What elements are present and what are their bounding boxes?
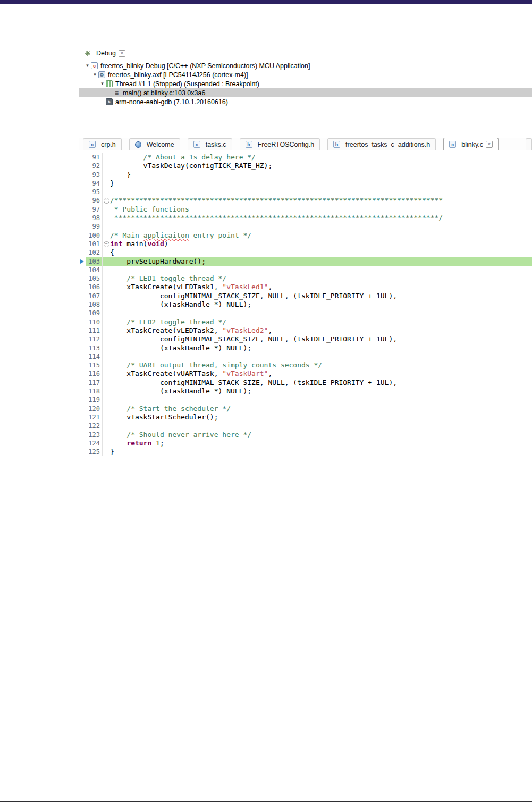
fold-minus-icon[interactable]: − bbox=[104, 198, 109, 204]
debug-tree-row[interactable]: ≡main() at blinky.c:103 0x3a6 bbox=[79, 88, 532, 97]
code-line[interactable]: 97 * Public functions bbox=[79, 205, 532, 214]
code-line[interactable]: 123 /* Should never arrive here */ bbox=[79, 431, 532, 439]
code-line[interactable]: 121 vTaskStartScheduler(); bbox=[79, 413, 532, 422]
code-line[interactable]: 109 bbox=[79, 309, 532, 317]
annotation-ruler[interactable] bbox=[79, 179, 86, 188]
tree-row-label: freertos_blinky Debug [C/C++ (NXP Semico… bbox=[100, 62, 310, 70]
annotation-ruler[interactable] bbox=[79, 266, 86, 274]
code-line[interactable]: 101−int main(void) bbox=[79, 240, 532, 248]
code-line[interactable]: 116 xTaskCreate(vUARTTask, "vTaskUart", bbox=[79, 369, 532, 378]
annotation-ruler[interactable] bbox=[79, 222, 86, 231]
annotation-ruler[interactable] bbox=[79, 413, 86, 422]
annotation-ruler[interactable] bbox=[79, 422, 86, 430]
fold-minus-icon[interactable]: − bbox=[104, 241, 109, 247]
code-line[interactable]: 104 bbox=[79, 266, 532, 274]
annotation-ruler[interactable] bbox=[79, 431, 86, 439]
code-line[interactable]: 108 (xTaskHandle *) NULL); bbox=[79, 300, 532, 309]
code-line[interactable]: 99 bbox=[79, 222, 532, 231]
code-line[interactable]: 100/* Main applicaiton entry point */ bbox=[79, 231, 532, 240]
debug-tree-row[interactable]: ▼cfreertos_blinky Debug [C/C++ (NXP Semi… bbox=[79, 61, 532, 70]
disclosure-triangle-icon[interactable]: ▼ bbox=[84, 63, 91, 68]
code-line[interactable]: 107 configMINIMAL_STACK_SIZE, NULL, (tsk… bbox=[79, 292, 532, 300]
line-number: 125 bbox=[86, 448, 103, 456]
code-line[interactable]: 98 *************************************… bbox=[79, 214, 532, 222]
disclosure-triangle-icon[interactable]: ▼ bbox=[91, 72, 98, 77]
annotation-ruler[interactable] bbox=[79, 405, 86, 413]
code-line[interactable]: 125} bbox=[79, 448, 532, 456]
code-text: xTaskCreate(vLEDTask1, "vTaskLed1", bbox=[110, 283, 532, 291]
code-line[interactable]: 91 /* About a 1s delay here */ bbox=[79, 153, 532, 162]
code-line[interactable]: 103 prvSetupHardware(); bbox=[79, 257, 532, 266]
code-line[interactable]: 92 vTaskDelay(configTICK_RATE_HZ); bbox=[79, 162, 532, 170]
annotation-ruler[interactable] bbox=[79, 326, 86, 335]
code-line[interactable]: 119 bbox=[79, 396, 532, 404]
annotation-ruler[interactable] bbox=[79, 318, 86, 326]
annotation-ruler[interactable] bbox=[79, 396, 86, 404]
code-line[interactable]: 95 bbox=[79, 188, 532, 196]
close-icon[interactable]: × bbox=[486, 141, 493, 148]
code-line[interactable]: 94} bbox=[79, 179, 532, 188]
code-line[interactable]: 110 /* LED2 toggle thread */ bbox=[79, 318, 532, 326]
editor-tab[interactable]: Welcome bbox=[129, 138, 180, 150]
code-line[interactable]: 105 /* LED1 toggle thread */ bbox=[79, 274, 532, 283]
annotation-ruler[interactable] bbox=[79, 379, 86, 387]
globe-icon bbox=[135, 141, 141, 148]
annotation-ruler[interactable] bbox=[79, 448, 86, 456]
code-line[interactable]: 118 (xTaskHandle *) NULL); bbox=[79, 387, 532, 396]
code-text: prvSetupHardware(); bbox=[110, 257, 532, 266]
debug-tree-row[interactable]: ▼⚙freertos_blinky.axf [LPC54114J256 (cor… bbox=[79, 70, 532, 79]
annotation-ruler[interactable] bbox=[79, 344, 86, 352]
code-line[interactable]: 117 configMINIMAL_STACK_SIZE, NULL, (tsk… bbox=[79, 379, 532, 387]
code-line[interactable]: 122 bbox=[79, 422, 532, 430]
annotation-ruler[interactable] bbox=[79, 283, 86, 291]
debug-view-tab[interactable]: Debug × bbox=[84, 49, 125, 57]
editor-tab[interactable]: ccrp.h bbox=[83, 138, 122, 150]
editor-tab[interactable]: cblinky.c× bbox=[443, 138, 499, 150]
editor-tab[interactable]: hFreeRTOSConfig.h bbox=[240, 138, 320, 150]
disclosure-triangle-icon[interactable]: ▼ bbox=[99, 81, 106, 86]
annotation-ruler[interactable] bbox=[79, 171, 86, 179]
editor-tab-overflow-sliver[interactable] bbox=[526, 138, 532, 150]
code-line[interactable]: 96−/************************************… bbox=[79, 196, 532, 205]
code-line[interactable]: 120 /* Start the scheduler */ bbox=[79, 405, 532, 413]
annotation-ruler[interactable] bbox=[79, 352, 86, 361]
annotation-ruler[interactable] bbox=[79, 205, 86, 214]
annotation-ruler[interactable] bbox=[79, 257, 86, 266]
code-segment-string: "vTaskLed2" bbox=[222, 326, 268, 334]
code-segment-plain: xTaskCreate(vLEDTask2, bbox=[110, 326, 222, 334]
annotation-ruler[interactable] bbox=[79, 369, 86, 378]
code-line[interactable]: 102{ bbox=[79, 248, 532, 257]
annotation-ruler[interactable] bbox=[79, 309, 86, 317]
annotation-ruler[interactable] bbox=[79, 162, 86, 170]
close-icon[interactable]: × bbox=[119, 50, 125, 57]
code-line[interactable]: 124 return 1; bbox=[79, 439, 532, 448]
code-segment-plain: } bbox=[110, 179, 114, 187]
code-line[interactable]: 93 } bbox=[79, 171, 532, 179]
code-line[interactable]: 111 xTaskCreate(vLEDTask2, "vTaskLed2", bbox=[79, 326, 532, 335]
annotation-ruler[interactable] bbox=[79, 196, 86, 205]
annotation-ruler[interactable] bbox=[79, 300, 86, 309]
annotation-ruler[interactable] bbox=[79, 153, 86, 162]
debug-tree-row[interactable]: >arm-none-eabi-gdb (7.10.1.20160616) bbox=[79, 97, 532, 106]
editor-tab[interactable]: hfreertos_tasks_c_additions.h bbox=[327, 138, 436, 150]
annotation-ruler[interactable] bbox=[79, 361, 86, 369]
annotation-ruler[interactable] bbox=[79, 439, 86, 448]
editor-tab[interactable]: ctasks.c bbox=[188, 138, 232, 150]
annotation-ruler[interactable] bbox=[79, 387, 86, 396]
annotation-ruler[interactable] bbox=[79, 231, 86, 240]
annotation-ruler[interactable] bbox=[79, 248, 86, 257]
annotation-ruler[interactable] bbox=[79, 274, 86, 283]
annotation-ruler[interactable] bbox=[79, 240, 86, 248]
annotation-ruler[interactable] bbox=[79, 188, 86, 196]
code-line[interactable]: 106 xTaskCreate(vLEDTask1, "vTaskLed1", bbox=[79, 283, 532, 291]
code-line[interactable]: 113 (xTaskHandle *) NULL); bbox=[79, 344, 532, 352]
code-segment-plain: xTaskCreate(vUARTTask, bbox=[110, 369, 222, 377]
code-line[interactable]: 112 configMINIMAL_STACK_SIZE, NULL, (tsk… bbox=[79, 335, 532, 343]
debug-tree-row[interactable]: ▼Thread #1 1 (Stopped) (Suspended : Brea… bbox=[79, 79, 532, 88]
annotation-ruler[interactable] bbox=[79, 335, 86, 343]
annotation-ruler[interactable] bbox=[79, 292, 86, 300]
code-line[interactable]: 114 bbox=[79, 352, 532, 361]
code-text bbox=[110, 309, 532, 317]
code-line[interactable]: 115 /* UART output thread, simply counts… bbox=[79, 361, 532, 369]
annotation-ruler[interactable] bbox=[79, 214, 86, 222]
